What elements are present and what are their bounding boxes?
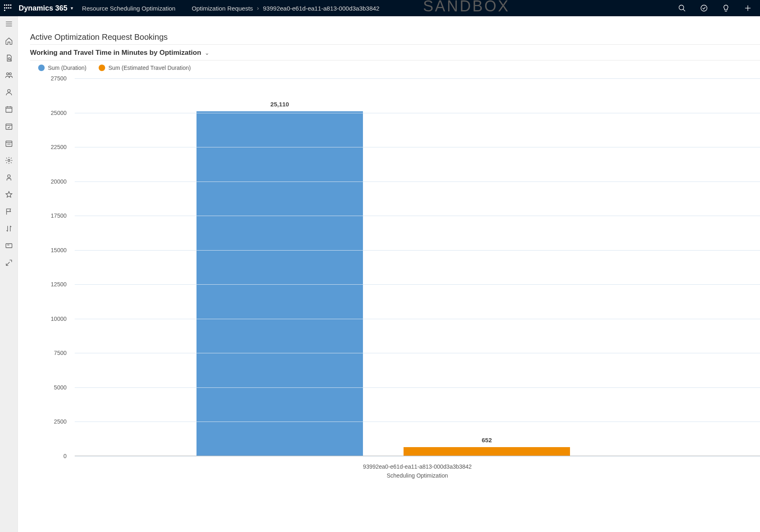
chart-title: Working and Travel Time in Minutes by Op…	[30, 49, 201, 57]
svg-rect-24	[6, 244, 12, 248]
svg-point-23	[7, 175, 10, 177]
svg-rect-17	[6, 124, 12, 129]
y-tick-label: 22500	[51, 144, 67, 150]
y-tick-label: 0	[63, 453, 67, 459]
legend-swatch-orange	[99, 65, 105, 71]
top-nav-bar: Dynamics 365 ▾ Resource Scheduling Optim…	[0, 0, 760, 16]
legend-label: Sum (Estimated Travel Duration)	[108, 65, 191, 71]
chevron-down-icon: ⌄	[205, 50, 209, 56]
gear-icon[interactable]	[4, 156, 13, 165]
svg-line-1	[683, 9, 685, 11]
legend-item-travel[interactable]: Sum (Estimated Travel Duration)	[99, 65, 191, 71]
people-icon[interactable]	[4, 71, 13, 80]
svg-rect-19	[6, 141, 12, 146]
svg-rect-13	[6, 107, 12, 112]
y-tick-label: 12500	[51, 281, 67, 288]
y-tick-label: 7500	[54, 350, 67, 356]
lightbulb-icon[interactable]	[722, 4, 730, 12]
calendar-icon[interactable]	[4, 105, 13, 114]
calendar-check-icon[interactable]	[4, 122, 13, 131]
task-icon[interactable]	[700, 4, 708, 12]
flag-icon[interactable]	[4, 207, 13, 216]
brand-label[interactable]: Dynamics 365	[19, 4, 67, 13]
breadcrumb-level-1[interactable]: Optimization Requests	[192, 5, 253, 12]
star-icon[interactable]	[4, 190, 13, 199]
card-icon[interactable]	[4, 241, 13, 250]
section-title: Active Optimization Request Bookings	[30, 32, 760, 42]
x-axis: 93992ea0-e61d-ea11-a813-000d3a3b3842 Sch…	[75, 460, 760, 484]
legend-swatch-blue	[38, 65, 45, 71]
y-tick-label: 5000	[54, 384, 67, 391]
document-search-icon[interactable]	[4, 54, 13, 63]
y-tick-label: 20000	[51, 178, 67, 185]
chevron-down-icon[interactable]: ▾	[71, 5, 73, 11]
main-content: Active Optimization Request Bookings Wor…	[18, 16, 760, 532]
y-axis: 0250050007500100001250015000175002000022…	[38, 74, 71, 456]
y-tick-label: 10000	[51, 316, 67, 322]
side-rail	[0, 16, 18, 532]
environment-badge: SANDBOX	[423, 0, 510, 15]
search-icon[interactable]	[678, 4, 686, 12]
share-icon[interactable]	[4, 258, 13, 267]
menu-icon[interactable]	[4, 19, 13, 28]
breadcrumb-level-2[interactable]: 93992ea0-e61d-ea11-a813-000d3a3b3842	[263, 5, 380, 12]
breadcrumb-separator: ›	[257, 5, 259, 11]
x-axis-title: Scheduling Optimization	[75, 472, 760, 479]
svg-point-12	[7, 89, 10, 92]
bar-duration[interactable]: 25,110	[196, 111, 363, 456]
app-launcher-icon[interactable]	[4, 4, 11, 12]
y-tick-label: 27500	[51, 75, 67, 82]
legend-item-duration[interactable]: Sum (Duration)	[38, 65, 86, 71]
home-icon[interactable]	[4, 37, 13, 45]
bar-value-label: 652	[404, 437, 570, 443]
svg-point-10	[6, 73, 9, 75]
svg-point-2	[701, 5, 707, 11]
svg-line-9	[10, 59, 11, 61]
sort-icon[interactable]	[4, 224, 13, 233]
add-icon[interactable]	[744, 4, 752, 12]
x-category-label: 93992ea0-e61d-ea11-a813-000d3a3b3842	[75, 460, 760, 470]
bar-value-label: 25,110	[196, 101, 363, 108]
y-tick-label: 25000	[51, 110, 67, 116]
legend-label: Sum (Duration)	[48, 65, 86, 71]
person-icon[interactable]	[4, 88, 13, 97]
plot-area: 25,110652	[75, 78, 760, 456]
user-icon[interactable]	[4, 173, 13, 182]
y-tick-label: 15000	[51, 247, 67, 253]
chart-area: 0250050007500100001250015000175002000022…	[38, 74, 760, 484]
svg-point-22	[8, 160, 10, 162]
chart-title-dropdown[interactable]: Working and Travel Time in Minutes by Op…	[30, 49, 760, 57]
calendar-range-icon[interactable]	[4, 139, 13, 148]
svg-point-0	[679, 5, 684, 10]
y-tick-label: 2500	[54, 418, 67, 425]
svg-point-11	[9, 73, 11, 75]
app-name[interactable]: Resource Scheduling Optimization	[82, 5, 175, 12]
bar-travel[interactable]: 652	[404, 447, 570, 456]
y-tick-label: 17500	[51, 212, 67, 219]
chart-legend: Sum (Duration) Sum (Estimated Travel Dur…	[38, 65, 760, 71]
